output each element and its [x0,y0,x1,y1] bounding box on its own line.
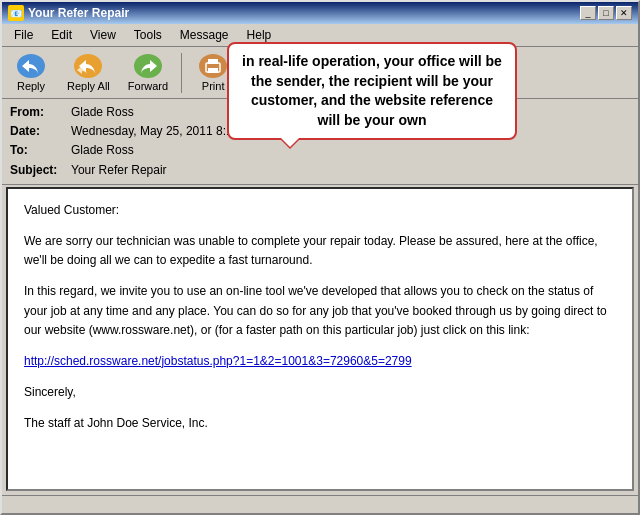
date-label: Date: [10,122,65,141]
main-window: 📧 Your Refer Repair _ □ ✕ File Edit View… [0,0,640,515]
print-label: Print [202,80,225,92]
subject-value: Your Refer Repair [71,161,167,180]
title-controls: _ □ ✕ [580,6,632,20]
menu-tools[interactable]: Tools [126,26,170,44]
status-bar [2,495,638,513]
header-subject-row: Subject: Your Refer Repair [10,161,630,180]
close-button[interactable]: ✕ [616,6,632,20]
email-link-paragraph: http://sched.rossware.net/jobstatus.php?… [24,352,616,371]
toolbar-separator [181,53,182,93]
email-signature: The staff at John Doe Service, Inc. [24,414,616,433]
tooltip-balloon: in real-life operation, your office will… [227,42,517,140]
subject-label: Subject: [10,161,65,180]
email-greeting: Valued Customer: [24,201,616,220]
window-icon: 📧 [8,5,24,21]
tooltip-text: in real-life operation, your office will… [242,53,502,128]
menu-edit[interactable]: Edit [43,26,80,44]
title-bar-left: 📧 Your Refer Repair [8,5,129,21]
maximize-button[interactable]: □ [598,6,614,20]
menu-view[interactable]: View [82,26,124,44]
from-label: From: [10,103,65,122]
svg-rect-2 [208,68,218,73]
email-body: Valued Customer: We are sorry our techni… [24,201,616,434]
forward-icon [134,54,162,78]
from-value: Glade Ross [71,103,134,122]
forward-label: Forward [128,80,168,92]
reply-label: Reply [17,80,45,92]
window-title: Your Refer Repair [28,6,129,20]
minimize-button[interactable]: _ [580,6,596,20]
email-closing: Sincerely, [24,383,616,402]
email-para2: In this regard, we invite you to use an … [24,282,616,340]
email-para1: We are sorry our technician was unable t… [24,232,616,270]
reply-all-icon [74,54,102,78]
header-to-row: To: Glade Ross [10,141,630,160]
to-label: To: [10,141,65,160]
print-icon [199,54,227,78]
reply-icon [17,54,45,78]
to-value: Glade Ross [71,141,134,160]
toolbar: Reply Reply All Forward [2,47,638,99]
title-bar: 📧 Your Refer Repair _ □ ✕ [2,2,638,24]
reply-all-label: Reply All [67,80,110,92]
date-value: Wednesday, May 25, 2011 8:19 [71,122,239,141]
email-body-container[interactable]: Valued Customer: We are sorry our techni… [6,187,634,491]
reply-button[interactable]: Reply [6,51,56,95]
menu-file[interactable]: File [6,26,41,44]
reply-all-button[interactable]: Reply All [60,51,117,95]
forward-button[interactable]: Forward [121,51,175,95]
menu-message[interactable]: Message [172,26,237,44]
email-link[interactable]: http://sched.rossware.net/jobstatus.php?… [24,354,412,368]
svg-rect-1 [208,59,218,64]
